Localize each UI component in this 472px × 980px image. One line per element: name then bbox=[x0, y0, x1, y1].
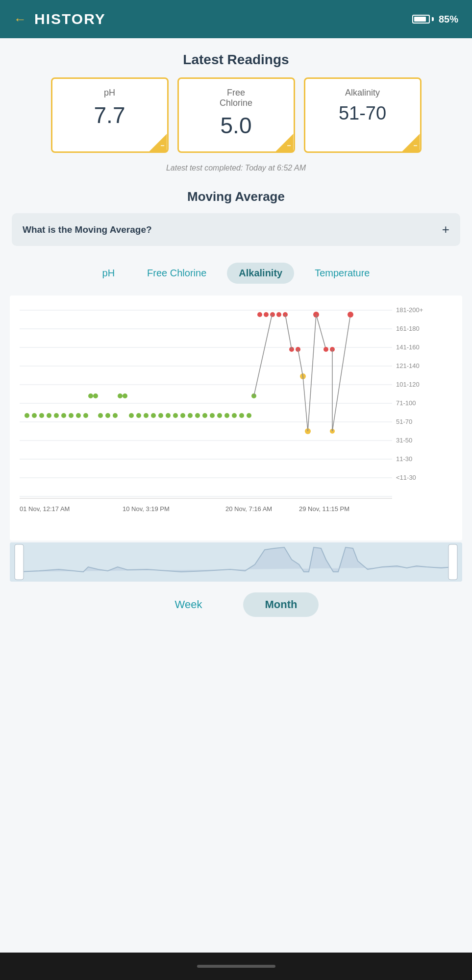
week-button[interactable]: Week bbox=[153, 592, 224, 617]
svg-point-11 bbox=[25, 413, 29, 418]
page-title: HISTORY bbox=[34, 11, 106, 27]
battery-fill bbox=[414, 17, 426, 22]
svg-line-55 bbox=[298, 349, 303, 376]
svg-rect-70 bbox=[448, 544, 457, 580]
y-label-9: <11-30 bbox=[396, 474, 416, 481]
svg-point-48 bbox=[276, 312, 281, 317]
x-label-1: 10 Nov, 3:19 PM bbox=[123, 505, 170, 513]
alkalinity-card: Alkalinity 51-70 − bbox=[304, 77, 422, 153]
x-label-0: 01 Nov, 12:17 AM bbox=[20, 505, 70, 513]
chart-container: .grid-line { stroke: #e0e5ea; stroke-wid… bbox=[10, 295, 462, 540]
svg-point-27 bbox=[129, 413, 134, 418]
y-label-4: 101-120 bbox=[396, 381, 420, 388]
svg-point-42 bbox=[239, 413, 244, 418]
period-buttons: Week Month bbox=[0, 582, 472, 626]
svg-point-40 bbox=[224, 413, 229, 418]
alkalinity-label: Alkalinity bbox=[311, 88, 414, 98]
tab-ph[interactable]: pH bbox=[91, 263, 127, 284]
alkalinity-corner-minus: − bbox=[413, 142, 417, 149]
home-indicator bbox=[197, 965, 275, 968]
svg-line-53 bbox=[285, 315, 292, 349]
ph-card: pH 7.7 − bbox=[51, 77, 169, 153]
svg-line-58 bbox=[308, 315, 316, 431]
svg-point-39 bbox=[217, 413, 222, 418]
tab-free-chlorine[interactable]: Free Chlorine bbox=[135, 263, 218, 284]
x-label-3: 29 Nov, 11:15 PM bbox=[299, 505, 349, 513]
svg-line-65 bbox=[332, 315, 350, 431]
svg-rect-69 bbox=[15, 544, 24, 580]
svg-point-22 bbox=[98, 413, 103, 418]
svg-point-31 bbox=[158, 413, 163, 418]
svg-line-60 bbox=[316, 315, 326, 349]
alkalinity-corner: − bbox=[402, 134, 420, 151]
y-label-8: 11-30 bbox=[396, 455, 412, 463]
svg-point-25 bbox=[118, 393, 123, 398]
battery-tip bbox=[432, 17, 434, 21]
info-box-expand-button[interactable]: + bbox=[442, 222, 449, 237]
metric-tabs: pH Free Chlorine Alkalinity Temperature bbox=[0, 258, 472, 295]
mini-nav-svg bbox=[10, 542, 462, 582]
y-label-3: 121-140 bbox=[396, 362, 420, 369]
svg-point-36 bbox=[195, 413, 200, 418]
y-label-2: 141-160 bbox=[396, 343, 420, 351]
svg-point-35 bbox=[188, 413, 193, 418]
svg-point-30 bbox=[151, 413, 156, 418]
y-label-5: 71-100 bbox=[396, 399, 416, 407]
ph-label: pH bbox=[58, 88, 161, 98]
chlorine-card: Free Chlorine 5.0 − bbox=[177, 77, 295, 153]
svg-point-32 bbox=[166, 413, 171, 418]
y-label-7: 31-50 bbox=[396, 437, 412, 444]
battery-body bbox=[412, 15, 430, 24]
svg-point-14 bbox=[47, 413, 51, 418]
chlorine-corner-minus: − bbox=[287, 142, 291, 149]
svg-point-29 bbox=[144, 413, 149, 418]
readings-grid: pH 7.7 − Free Chlorine 5.0 − Alkalinity … bbox=[0, 77, 472, 159]
svg-point-37 bbox=[202, 413, 207, 418]
main-content: Latest Readings pH 7.7 − Free Chlorine 5… bbox=[0, 38, 472, 953]
svg-point-34 bbox=[180, 413, 185, 418]
ph-corner-minus: − bbox=[160, 142, 164, 149]
bottom-bar bbox=[0, 953, 472, 980]
svg-point-12 bbox=[32, 413, 37, 418]
battery-percent: 85% bbox=[439, 14, 458, 25]
svg-point-17 bbox=[69, 413, 74, 418]
info-box-text: What is the Moving Average? bbox=[23, 224, 152, 235]
month-button[interactable]: Month bbox=[243, 592, 319, 617]
svg-point-47 bbox=[270, 312, 275, 317]
svg-point-18 bbox=[76, 413, 81, 418]
y-label-0: 181-200+ bbox=[396, 306, 423, 314]
battery-icon bbox=[412, 15, 434, 24]
svg-point-33 bbox=[173, 413, 178, 418]
svg-point-19 bbox=[83, 413, 88, 418]
svg-point-46 bbox=[264, 312, 269, 317]
svg-rect-68 bbox=[10, 542, 462, 582]
x-label-2: 20 Nov, 7:16 AM bbox=[225, 505, 272, 513]
svg-point-38 bbox=[210, 413, 215, 418]
ph-value: 7.7 bbox=[58, 104, 161, 126]
latest-readings-title: Latest Readings bbox=[0, 38, 472, 77]
chart-navigator[interactable] bbox=[10, 542, 462, 582]
tab-temperature[interactable]: Temperature bbox=[303, 263, 381, 284]
svg-point-66 bbox=[348, 312, 353, 318]
alkalinity-chart: .grid-line { stroke: #e0e5ea; stroke-wid… bbox=[10, 300, 462, 536]
chlorine-label: Free Chlorine bbox=[185, 88, 288, 108]
moving-avg-info-box[interactable]: What is the Moving Average? + bbox=[12, 213, 460, 246]
svg-point-43 bbox=[247, 413, 251, 418]
svg-point-45 bbox=[257, 312, 262, 317]
y-label-1: 161-180 bbox=[396, 325, 420, 332]
back-button[interactable]: ← bbox=[14, 12, 26, 27]
svg-point-15 bbox=[54, 413, 59, 418]
y-label-6: 51-70 bbox=[396, 418, 412, 425]
svg-point-23 bbox=[105, 413, 110, 418]
svg-point-61 bbox=[323, 347, 328, 352]
svg-point-20 bbox=[88, 393, 93, 398]
moving-avg-title: Moving Average bbox=[0, 184, 472, 213]
svg-point-24 bbox=[113, 413, 118, 418]
alkalinity-value: 51-70 bbox=[311, 104, 414, 122]
header-right: 85% bbox=[412, 14, 458, 25]
svg-point-13 bbox=[39, 413, 44, 418]
tab-alkalinity[interactable]: Alkalinity bbox=[227, 263, 294, 284]
svg-point-16 bbox=[61, 413, 66, 418]
header-left: ← HISTORY bbox=[14, 11, 106, 27]
app-header: ← HISTORY 85% bbox=[0, 0, 472, 38]
